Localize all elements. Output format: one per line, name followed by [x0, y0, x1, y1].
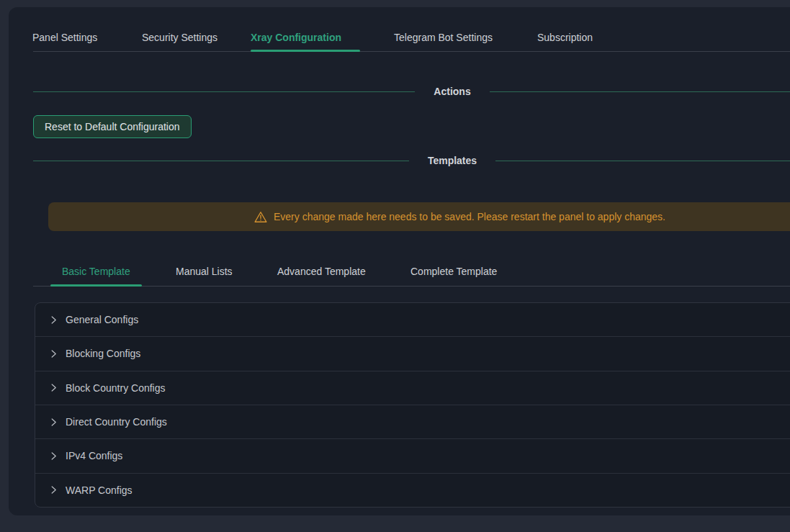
tab-manual-lists[interactable]: Manual Lists	[176, 266, 233, 277]
warning-triangle-icon	[254, 211, 267, 223]
warning-alert: Every change made here needs to be saved…	[48, 202, 790, 231]
active-tab-indicator	[251, 50, 360, 52]
template-tab-bar-divider	[33, 286, 790, 287]
panel-block-country-configs[interactable]: Block Country Configs	[35, 371, 790, 405]
actions-section-divider: Actions	[33, 84, 790, 99]
tab-panel-settings[interactable]: Panel Settings	[32, 32, 97, 43]
chevron-right-icon	[50, 350, 58, 358]
tab-telegram-bot-settings[interactable]: Telegram Bot Settings	[394, 32, 493, 43]
divider-line	[33, 91, 415, 92]
chevron-right-icon	[50, 316, 58, 324]
chevron-right-icon	[50, 384, 58, 392]
panel-label: General Configs	[66, 314, 138, 325]
tab-basic-template[interactable]: Basic Template	[62, 266, 130, 277]
page-background: { "main_tabs": { "items": [ { "label": "…	[0, 0, 790, 532]
panel-label: IPv4 Configs	[66, 450, 122, 461]
reset-to-default-button[interactable]: Reset to Default Configuration	[33, 115, 192, 138]
warning-message: Every change made here needs to be saved…	[274, 211, 665, 222]
actions-section-title: Actions	[434, 86, 470, 97]
divider-line	[490, 91, 790, 92]
panel-label: Blocking Configs	[66, 348, 140, 359]
chevron-right-icon	[50, 486, 58, 494]
panel-direct-country-configs[interactable]: Direct Country Configs	[35, 405, 790, 439]
tab-advanced-template[interactable]: Advanced Template	[277, 266, 366, 277]
chevron-right-icon	[50, 452, 58, 460]
panel-label: Block Country Configs	[66, 382, 166, 394]
panel-label: Direct Country Configs	[66, 416, 167, 428]
panel-ipv4-configs[interactable]: IPv4 Configs	[35, 439, 790, 473]
tab-security-settings[interactable]: Security Settings	[142, 32, 217, 43]
tab-subscription[interactable]: Subscription	[537, 32, 593, 43]
config-collapse-list: General Configs Blocking Configs Block C…	[35, 302, 790, 508]
divider-line	[495, 161, 790, 161]
xray-configuration-card: Panel Settings Security Settings Xray Co…	[9, 7, 790, 515]
panel-label: WARP Configs	[66, 484, 133, 496]
tab-bar-divider	[33, 51, 790, 52]
tab-complete-template[interactable]: Complete Template	[410, 266, 497, 277]
panel-general-configs[interactable]: General Configs	[35, 303, 790, 337]
divider-line	[33, 161, 409, 161]
chevron-right-icon	[50, 418, 58, 426]
templates-section-divider: Templates	[33, 153, 790, 168]
templates-section-title: Templates	[428, 155, 477, 166]
active-template-tab-indicator	[50, 284, 142, 287]
panel-blocking-configs[interactable]: Blocking Configs	[35, 337, 790, 371]
panel-warp-configs[interactable]: WARP Configs	[35, 474, 790, 507]
tab-xray-configuration[interactable]: Xray Configuration	[251, 32, 341, 43]
